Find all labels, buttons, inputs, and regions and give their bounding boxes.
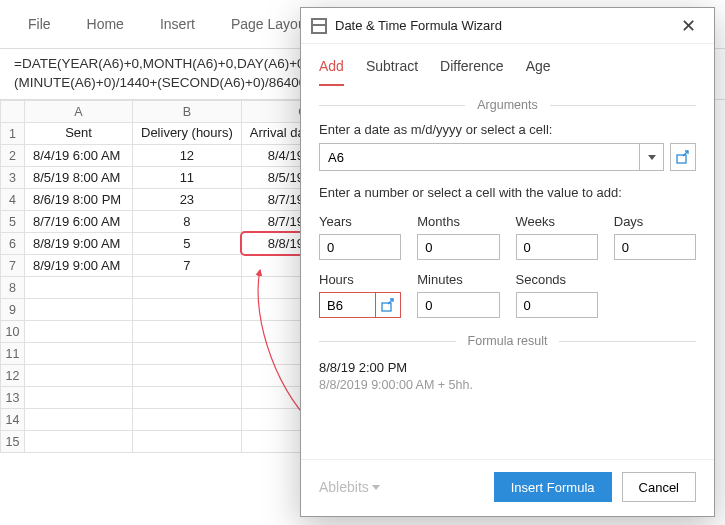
cell[interactable] xyxy=(133,365,242,387)
result-value: 8/8/19 2:00 PM xyxy=(319,360,696,375)
dialog-title: Date & Time Formula Wizard xyxy=(335,18,502,33)
dialog-titlebar: Date & Time Formula Wizard ✕ xyxy=(301,8,714,44)
hours-cell-picker[interactable] xyxy=(375,292,401,318)
cell[interactable]: 5 xyxy=(133,233,242,255)
date-input[interactable] xyxy=(319,143,640,171)
cell[interactable] xyxy=(25,299,133,321)
cell[interactable]: 8/6/19 8:00 PM xyxy=(25,189,133,211)
row-head[interactable]: 13 xyxy=(1,387,25,409)
cell[interactable] xyxy=(25,321,133,343)
cell[interactable]: 8/9/19 9:00 AM xyxy=(25,255,133,277)
calendar-icon xyxy=(311,18,327,34)
cell[interactable]: 8/7/19 6:00 AM xyxy=(25,211,133,233)
row-head[interactable]: 8 xyxy=(1,277,25,299)
row-head[interactable]: 6 xyxy=(1,233,25,255)
brand-menu[interactable]: Ablebits xyxy=(319,479,380,495)
date-dropdown[interactable] xyxy=(640,143,664,171)
cell[interactable] xyxy=(25,343,133,365)
date-cell-picker[interactable] xyxy=(670,143,696,171)
row-head[interactable]: 4 xyxy=(1,189,25,211)
cell[interactable] xyxy=(25,387,133,409)
cell[interactable] xyxy=(133,409,242,431)
months-input[interactable] xyxy=(417,234,499,260)
header-delivery[interactable]: Delivery (hours) xyxy=(133,123,242,145)
svg-rect-0 xyxy=(677,155,686,163)
row-head[interactable]: 7 xyxy=(1,255,25,277)
days-label: Days xyxy=(614,214,696,229)
row-head[interactable]: 12 xyxy=(1,365,25,387)
row-head[interactable]: 11 xyxy=(1,343,25,365)
cell[interactable] xyxy=(133,299,242,321)
cell-picker-icon xyxy=(676,150,690,164)
insert-formula-button[interactable]: Insert Formula xyxy=(494,472,612,502)
weeks-label: Weeks xyxy=(516,214,598,229)
date-label: Enter a date as m/d/yyyy or select a cel… xyxy=(319,122,696,137)
days-input[interactable] xyxy=(614,234,696,260)
close-icon[interactable]: ✕ xyxy=(673,11,704,41)
cell[interactable]: 8/4/19 6:00 AM xyxy=(25,145,133,167)
cell[interactable]: 12 xyxy=(133,145,242,167)
cell[interactable] xyxy=(25,277,133,299)
ribbon-tab-file[interactable]: File xyxy=(10,4,69,44)
chevron-down-icon xyxy=(648,155,656,160)
cancel-button[interactable]: Cancel xyxy=(622,472,696,502)
cell[interactable]: 23 xyxy=(133,189,242,211)
svg-rect-1 xyxy=(382,303,391,311)
cell-picker-icon xyxy=(381,298,395,312)
months-label: Months xyxy=(417,214,499,229)
ribbon-tab-insert[interactable]: Insert xyxy=(142,4,213,44)
brand-label: Ablebits xyxy=(319,479,369,495)
col-head-A[interactable]: A xyxy=(25,101,133,123)
row-head[interactable]: 15 xyxy=(1,431,25,453)
cell[interactable] xyxy=(133,277,242,299)
cell[interactable] xyxy=(133,431,242,453)
row-head[interactable]: 14 xyxy=(1,409,25,431)
tab-age[interactable]: Age xyxy=(526,52,551,86)
header-sent[interactable]: Sent xyxy=(25,123,133,145)
corner-cell[interactable] xyxy=(1,101,25,123)
row-head[interactable]: 9 xyxy=(1,299,25,321)
cell[interactable]: 7 xyxy=(133,255,242,277)
date-time-wizard-dialog: Date & Time Formula Wizard ✕ Add Subtrac… xyxy=(300,7,715,517)
section-arguments: Arguments xyxy=(319,98,696,112)
cell[interactable] xyxy=(133,387,242,409)
cell[interactable]: 8/5/19 8:00 AM xyxy=(25,167,133,189)
tab-add[interactable]: Add xyxy=(319,52,344,86)
row-head[interactable]: 3 xyxy=(1,167,25,189)
ribbon-tab-home[interactable]: Home xyxy=(69,4,142,44)
cell[interactable] xyxy=(133,343,242,365)
hours-label: Hours xyxy=(319,272,401,287)
hours-input[interactable] xyxy=(319,292,375,318)
tab-difference[interactable]: Difference xyxy=(440,52,504,86)
row-head[interactable]: 10 xyxy=(1,321,25,343)
weeks-input[interactable] xyxy=(516,234,598,260)
years-label: Years xyxy=(319,214,401,229)
seconds-label: Seconds xyxy=(516,272,598,287)
tab-subtract[interactable]: Subtract xyxy=(366,52,418,86)
minutes-label: Minutes xyxy=(417,272,499,287)
result-description: 8/8/2019 9:00:00 AM + 5hh. xyxy=(319,378,696,392)
years-input[interactable] xyxy=(319,234,401,260)
row-head[interactable]: 5 xyxy=(1,211,25,233)
minutes-input[interactable] xyxy=(417,292,499,318)
seconds-input[interactable] xyxy=(516,292,598,318)
cell[interactable]: 8/8/19 9:00 AM xyxy=(25,233,133,255)
cell[interactable]: 11 xyxy=(133,167,242,189)
section-result-label: Formula result xyxy=(456,334,560,348)
section-result: Formula result xyxy=(319,334,696,348)
cell[interactable] xyxy=(133,321,242,343)
cell[interactable]: 8 xyxy=(133,211,242,233)
cell[interactable] xyxy=(25,365,133,387)
col-head-B[interactable]: B xyxy=(133,101,242,123)
chevron-down-icon xyxy=(372,485,380,490)
row-head[interactable]: 1 xyxy=(1,123,25,145)
dialog-tabs: Add Subtract Difference Age xyxy=(301,44,714,86)
section-arguments-label: Arguments xyxy=(465,98,549,112)
cell[interactable] xyxy=(25,409,133,431)
number-label: Enter a number or select a cell with the… xyxy=(319,185,696,200)
cell[interactable] xyxy=(25,431,133,453)
row-head[interactable]: 2 xyxy=(1,145,25,167)
